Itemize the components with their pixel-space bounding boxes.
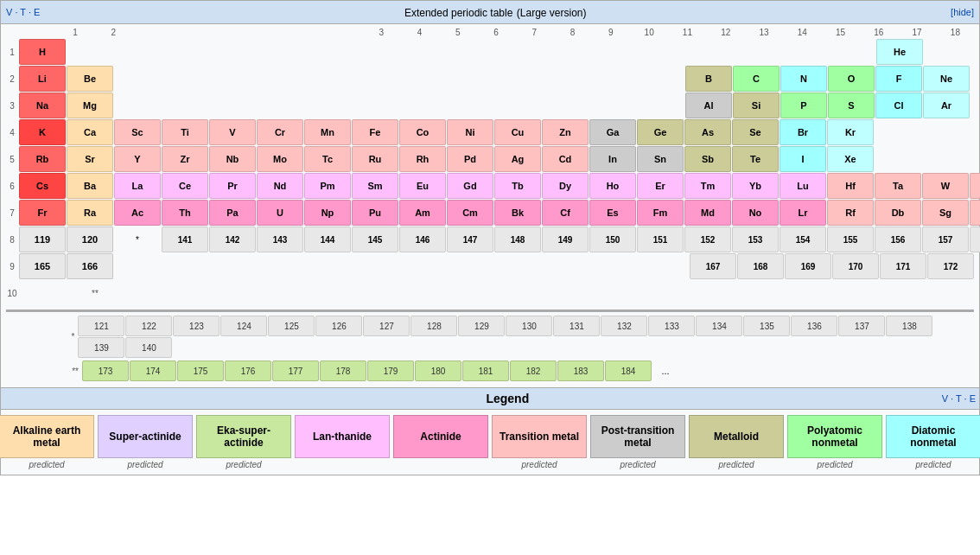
element-Sc[interactable]: Sc <box>114 119 161 145</box>
element-Nd[interactable]: Nd <box>257 173 303 199</box>
element-Zr[interactable]: Zr <box>162 146 208 172</box>
element-Gd[interactable]: Gd <box>447 173 493 199</box>
element-Te[interactable]: Te <box>732 146 779 172</box>
element-W[interactable]: W <box>922 173 969 199</box>
element-152[interactable]: 152 <box>684 226 731 252</box>
element-157[interactable]: 157 <box>922 226 969 252</box>
elem-136[interactable]: 136 <box>791 316 837 336</box>
element-Si[interactable]: Si <box>733 92 780 118</box>
element-Y[interactable]: Y <box>114 146 161 172</box>
element-Br[interactable]: Br <box>780 119 826 145</box>
elem-127[interactable]: 127 <box>363 316 410 336</box>
element-146[interactable]: 146 <box>399 226 446 252</box>
element-Ne[interactable]: Ne <box>923 66 970 92</box>
elem-128[interactable]: 128 <box>410 316 457 336</box>
elem-183[interactable]: 183 <box>557 360 604 381</box>
element-149[interactable]: 149 <box>542 226 589 252</box>
elem-129[interactable]: 129 <box>458 316 505 336</box>
element-U[interactable]: U <box>257 200 303 226</box>
element-Ti[interactable]: Ti <box>162 119 208 145</box>
elem-137[interactable]: 137 <box>838 316 885 336</box>
element-Pa[interactable]: Pa <box>209 200 256 226</box>
header-vte[interactable]: V · T · E <box>6 7 40 17</box>
elem-182[interactable]: 182 <box>510 360 557 381</box>
element-Pm[interactable]: Pm <box>304 173 351 199</box>
elem-124[interactable]: 124 <box>220 316 267 336</box>
legend-vte[interactable]: V · T · E <box>942 393 976 404</box>
element-Sb[interactable]: Sb <box>684 146 731 172</box>
elem-135[interactable]: 135 <box>743 316 790 336</box>
element-As[interactable]: As <box>684 119 731 145</box>
element-145[interactable]: 145 <box>352 226 398 252</box>
element-143[interactable]: 143 <box>257 226 303 252</box>
element-F[interactable]: F <box>875 66 922 92</box>
elem-138[interactable]: 138 <box>886 316 932 336</box>
element-Bk[interactable]: Bk <box>494 200 541 226</box>
element-167[interactable]: 167 <box>690 253 736 279</box>
element-Dy[interactable]: Dy <box>542 173 589 199</box>
element-Li[interactable]: Li <box>19 66 66 92</box>
element-La[interactable]: La <box>114 173 161 199</box>
element-Yb[interactable]: Yb <box>732 173 779 199</box>
element-155[interactable]: 155 <box>827 226 874 252</box>
element-151[interactable]: 151 <box>637 226 684 252</box>
element-K[interactable]: K <box>19 119 66 145</box>
elem-174[interactable]: 174 <box>130 360 176 381</box>
element-Ar[interactable]: Ar <box>923 92 970 118</box>
element-Co[interactable]: Co <box>399 119 446 145</box>
element-Lu[interactable]: Lu <box>780 173 826 199</box>
element-Kr[interactable]: Kr <box>827 119 874 145</box>
elem-122[interactable]: 122 <box>125 316 172 336</box>
element-Hf[interactable]: Hf <box>827 173 874 199</box>
elem-126[interactable]: 126 <box>315 316 362 336</box>
element-Cm[interactable]: Cm <box>447 200 493 226</box>
element-Fe[interactable]: Fe <box>352 119 398 145</box>
element-Mg[interactable]: Mg <box>67 92 113 118</box>
elem-132[interactable]: 132 <box>601 316 647 336</box>
element-Ge[interactable]: Ge <box>637 119 684 145</box>
element-P[interactable]: P <box>780 92 827 118</box>
element-Tc[interactable]: Tc <box>304 146 351 172</box>
element-Zn[interactable]: Zn <box>542 119 589 145</box>
elem-131[interactable]: 131 <box>553 316 600 336</box>
element-I[interactable]: I <box>780 146 826 172</box>
element-Tm[interactable]: Tm <box>684 173 731 199</box>
element-Fr[interactable]: Fr <box>19 200 66 226</box>
element-Sr[interactable]: Sr <box>67 146 113 172</box>
element-Ca[interactable]: Ca <box>67 119 113 145</box>
elem-173[interactable]: 173 <box>82 360 129 381</box>
elem-177[interactable]: 177 <box>272 360 319 381</box>
element-Mn[interactable]: Mn <box>304 119 351 145</box>
element-Er[interactable]: Er <box>637 173 684 199</box>
element-144[interactable]: 144 <box>304 226 351 252</box>
element-Se[interactable]: Se <box>732 119 779 145</box>
element-Cf[interactable]: Cf <box>542 200 589 226</box>
element-169[interactable]: 169 <box>785 253 831 279</box>
element-Re[interactable]: Re <box>970 173 980 199</box>
element-Sg[interactable]: Sg <box>922 200 969 226</box>
element-In[interactable]: In <box>589 146 636 172</box>
element-141[interactable]: 141 <box>162 226 208 252</box>
element-Cr[interactable]: Cr <box>257 119 303 145</box>
elem-121[interactable]: 121 <box>78 316 124 336</box>
element-Sn[interactable]: Sn <box>637 146 684 172</box>
element-Ra[interactable]: Ra <box>67 200 113 226</box>
elem-175[interactable]: 175 <box>177 360 224 381</box>
element-171[interactable]: 171 <box>880 253 926 279</box>
element-165[interactable]: 165 <box>19 253 66 279</box>
element-119[interactable]: 119 <box>19 226 66 252</box>
element-O[interactable]: O <box>828 66 875 92</box>
element-156[interactable]: 156 <box>875 226 921 252</box>
element-Rb[interactable]: Rb <box>19 146 66 172</box>
element-Ta[interactable]: Ta <box>875 173 921 199</box>
element-N[interactable]: N <box>780 66 827 92</box>
element-Tb[interactable]: Tb <box>494 173 541 199</box>
element-Be[interactable]: Be <box>67 66 113 92</box>
elem-140[interactable]: 140 <box>125 337 172 358</box>
element-He[interactable]: He <box>876 39 923 65</box>
element-C[interactable]: C <box>733 66 780 92</box>
element-154[interactable]: 154 <box>780 226 826 252</box>
element-Rh[interactable]: Rh <box>399 146 446 172</box>
element-168[interactable]: 168 <box>737 253 784 279</box>
elem-139[interactable]: 139 <box>78 337 124 358</box>
